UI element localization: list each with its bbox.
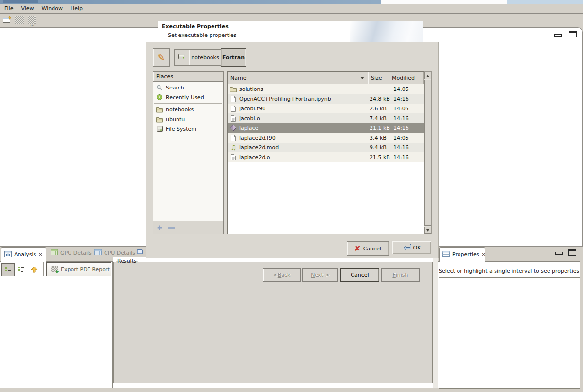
file-icon [228, 95, 239, 103]
file-row-laplace-selected[interactable]: laplace 21.1 kB 14:16 [228, 123, 424, 133]
file-row-ipynb[interactable]: OpenACC+Profiling+Fortran.ipynb 24.8 kB … [228, 94, 424, 104]
tab-analysis[interactable]: Analysis ✕ [1, 247, 46, 262]
titlebar-segment [3, 0, 38, 3]
column-header-name[interactable]: Name [228, 72, 368, 84]
menu-help[interactable]: Help [67, 4, 86, 13]
close-icon[interactable]: ✕ [38, 252, 42, 257]
place-ubuntu[interactable]: ubuntu [153, 114, 223, 124]
properties-empty-box [439, 277, 580, 389]
file-row-jacobi-o[interactable]: jacobi.o 7.4 kB 14:16 [228, 113, 424, 123]
folder-icon [155, 116, 164, 123]
disabled-toolbar-icon [15, 16, 24, 24]
export-tab-underline [46, 276, 113, 276]
new-session-icon[interactable] [2, 16, 13, 26]
minimize-icon[interactable] [555, 252, 563, 255]
file-icon [228, 105, 239, 112]
menu-view[interactable]: View [18, 4, 37, 13]
pencil-icon: ✎ [158, 52, 165, 63]
promote-up-arrow-button[interactable] [29, 263, 40, 275]
properties-icon [442, 251, 450, 258]
wizard-subtitle: Set executable properties [168, 32, 237, 38]
add-place-button[interactable]: ✚ [157, 224, 162, 232]
drive-icon [178, 53, 186, 62]
file-chooser-dialog: ✎ notebooks Fortran Places Search Recent… [146, 42, 439, 258]
cancel-x-icon: ✘ [354, 244, 361, 253]
minimize-icon[interactable] [554, 34, 562, 37]
wizard-header: Executable Properties Set executable pro… [158, 21, 423, 42]
scroll-down-button[interactable] [424, 227, 431, 234]
file-list: Name Size Modified solutions 14:05 OpenA… [227, 71, 424, 234]
sort-desc-icon [360, 77, 364, 81]
path-button-fortran[interactable]: Fortran [221, 48, 246, 67]
tab-cpu-details[interactable]: CPU Details [92, 249, 137, 257]
gpu-details-icon [51, 249, 58, 257]
drive-path-button[interactable] [174, 49, 190, 66]
filesystem-drive-icon [155, 125, 164, 132]
menu-file[interactable]: File [1, 4, 17, 13]
places-separator [154, 103, 222, 104]
tab-properties[interactable]: Properties ✕ [439, 247, 485, 262]
place-search[interactable]: Search [153, 83, 223, 92]
analysis-icon [4, 251, 12, 259]
file-row-solutions[interactable]: solutions 14:05 [228, 84, 424, 94]
scroll-up-button[interactable] [424, 72, 431, 79]
object-file-icon [228, 154, 239, 161]
column-header-size[interactable]: Size [368, 72, 389, 84]
search-icon [155, 84, 164, 91]
type-filename-toggle-button[interactable]: ✎ [153, 48, 170, 67]
module-note-icon: ♫ [228, 144, 239, 151]
ok-arrow-icon [403, 243, 411, 252]
file-row-laplace2d-f90[interactable]: laplace2d.f90 3.4 kB 14:05 [228, 133, 424, 143]
file-list-scrollbar[interactable] [424, 71, 432, 234]
executable-diamond-icon [228, 125, 239, 131]
next-button[interactable]: Next > [302, 268, 338, 282]
banner-decoration [350, 21, 423, 42]
analysis-list-alt-button[interactable] [15, 263, 27, 275]
path-button-notebooks[interactable]: notebooks [189, 49, 222, 66]
analysis-list-view-button[interactable] [1, 263, 15, 276]
place-recently-used[interactable]: Recently Used [153, 92, 223, 102]
wizard-bottom-area: Results < Back Next > Cancel Finish [113, 257, 433, 388]
toolbar-separator [43, 262, 44, 276]
overflow-dots: ... [30, 22, 35, 27]
chooser-cancel-button[interactable]: ✘ Cancel [347, 241, 389, 256]
wizard-cancel-button[interactable]: Cancel [340, 268, 379, 282]
analysis-panel: ▶ Export PDF Report [0, 261, 113, 388]
console-icon [136, 249, 143, 257]
titlebar-segment [381, 0, 507, 4]
titlebar-segment [507, 0, 583, 4]
column-header-modified[interactable]: Modified [389, 72, 424, 84]
properties-message: Select or highlight a single interval to… [439, 268, 579, 274]
file-icon [228, 134, 239, 142]
file-row-laplace2d-o[interactable]: laplace2d.o 21.5 kB 14:16 [228, 152, 424, 162]
cpu-details-icon [94, 249, 102, 257]
remove-place-button[interactable] [168, 227, 175, 229]
tab-gpu-details[interactable]: GPU Details [49, 249, 94, 257]
recently-used-icon [155, 94, 164, 101]
scrollbar-thumb[interactable] [424, 80, 431, 226]
panel-gap [433, 246, 438, 388]
object-file-icon [228, 115, 239, 122]
file-list-header: Name Size Modified [228, 72, 424, 84]
places-add-remove-bar: ✚ [153, 221, 224, 234]
menu-bar: File View Window Help [0, 4, 583, 14]
folder-icon [228, 86, 239, 92]
menu-window[interactable]: Window [38, 4, 66, 13]
close-icon[interactable]: ✕ [482, 252, 486, 257]
place-notebooks[interactable]: notebooks [153, 105, 223, 114]
file-row-jacobi-f90[interactable]: jacobi.f90 2.6 kB 14:05 [228, 104, 424, 113]
file-row-laplace2d-mod[interactable]: ♫ laplace2d.mod 9.4 kB 14:16 [228, 143, 424, 152]
folder-icon [155, 107, 164, 113]
places-list: Search Recently Used notebooks ubuntu Fi… [153, 82, 224, 221]
back-button[interactable]: < Back [263, 268, 301, 282]
chooser-ok-button[interactable]: OK [391, 240, 431, 254]
export-pdf-icon: ▶ [51, 266, 58, 273]
maximize-icon[interactable] [569, 31, 577, 37]
wizard-title: Executable Properties [162, 23, 229, 30]
application-window: File View Window Help ... Executable Pro… [0, 0, 583, 392]
maximize-icon[interactable] [568, 249, 576, 256]
place-file-system[interactable]: File System [153, 124, 223, 134]
titlebar-segment [0, 0, 381, 4]
finish-button[interactable]: Finish [381, 268, 420, 282]
export-pdf-report-button[interactable]: ▶ Export PDF Report [46, 262, 111, 276]
